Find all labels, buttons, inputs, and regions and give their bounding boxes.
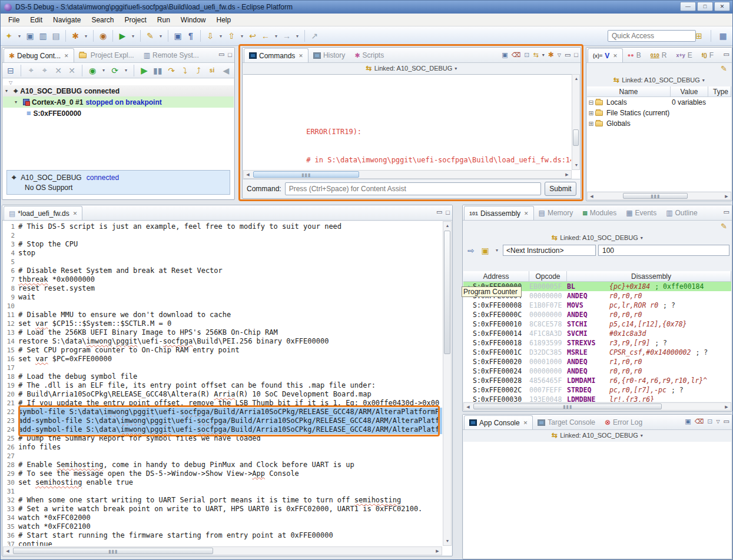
variables-horizontal-scrollbar[interactable]: ◀ ▮▮▮ ▶ bbox=[587, 192, 731, 200]
editor-line[interactable]: 19 # The .dll is an ELF file, its entry … bbox=[3, 381, 442, 390]
editor-line[interactable]: 2 bbox=[3, 231, 442, 240]
editor-line[interactable]: 4 stop bbox=[3, 249, 442, 258]
maximize-view-button[interactable]: □ bbox=[574, 51, 578, 58]
line-number[interactable]: 15 bbox=[3, 346, 18, 355]
tab-disassembly[interactable]: 101 Disassembly ✕ bbox=[464, 206, 534, 220]
tree-expanded-icon[interactable]: ▾ bbox=[15, 99, 21, 105]
editor-line[interactable]: 18 # Load the debug symbol file bbox=[3, 372, 442, 381]
editor-line[interactable]: 10 bbox=[3, 302, 442, 311]
new-wizard-button[interactable]: ✦ bbox=[3, 29, 15, 42]
open-perspective-button[interactable]: ⊞ bbox=[693, 29, 705, 42]
close-icon[interactable]: ✕ bbox=[298, 53, 303, 59]
minimize-view-button[interactable]: ▭ bbox=[724, 418, 729, 425]
previous-annotation-dropdown[interactable]: ▾ bbox=[238, 29, 246, 42]
tab-error-log[interactable]: ⊗ Error Log bbox=[600, 415, 647, 429]
line-number[interactable]: 4 bbox=[3, 249, 18, 258]
close-window-button[interactable]: ✕ bbox=[714, 2, 730, 11]
close-icon[interactable]: ✕ bbox=[64, 53, 69, 59]
disassembly-row[interactable]: ➔ S:0xFFE00024 00000000 ANDEQ r0,r0,r0 bbox=[463, 366, 731, 376]
editor-vertical-scrollbar[interactable]: ▲ ▼ bbox=[443, 221, 452, 546]
export-button[interactable]: ⇨ bbox=[465, 244, 477, 257]
reverse-debug-button[interactable]: ◀ bbox=[220, 64, 232, 77]
tab-registers[interactable]: 010 R bbox=[646, 48, 672, 62]
disassembly-row[interactable]: ➔ S:0xFFE00018 61893599 STREXVS r3,r9,[r… bbox=[463, 338, 731, 348]
editor-horizontal-scrollbar[interactable]: ◀ ▮▮▮ ▶ bbox=[3, 546, 442, 555]
editor-line[interactable]: 33 # Set a write watch break point on wr… bbox=[3, 505, 442, 514]
line-number[interactable]: 8 bbox=[3, 284, 18, 293]
next-annotation-dropdown[interactable]: ▾ bbox=[217, 29, 224, 42]
editor-line[interactable]: 14 restore S:\data\imwong\pggit\uefi-soc… bbox=[3, 337, 442, 346]
line-number[interactable]: 36 bbox=[3, 531, 18, 540]
line-number[interactable]: 10 bbox=[3, 302, 18, 311]
maximize-window-button[interactable]: □ bbox=[697, 2, 713, 11]
disassembly-row[interactable]: ➔ S:0xFFE0002C 0007FEFF STRDEQ pc,r0,[r7… bbox=[463, 385, 731, 395]
line-number[interactable]: 17 bbox=[3, 364, 18, 372]
marker-dropdown[interactable]: ▾ bbox=[157, 29, 164, 42]
menu-item[interactable]: Search bbox=[86, 14, 119, 26]
editor-line[interactable]: 31 bbox=[3, 487, 442, 496]
tab-modules[interactable]: ▤ Modules bbox=[578, 206, 621, 220]
view-menu-button[interactable]: ▽ bbox=[716, 419, 719, 424]
editor-line[interactable]: 37 continue bbox=[3, 540, 442, 546]
line-number[interactable]: 22 bbox=[3, 408, 18, 416]
line-number[interactable]: 19 bbox=[3, 381, 18, 390]
continue-button[interactable]: ▶ bbox=[138, 64, 150, 77]
view-menu-button[interactable]: ▽ bbox=[558, 52, 561, 58]
address-combo[interactable]: <Next Instruction> bbox=[503, 245, 596, 256]
editor-line[interactable]: 8 reset reset.system bbox=[3, 284, 442, 293]
line-number[interactable]: 13 bbox=[3, 328, 18, 337]
linked-context-row[interactable]: ⇆ Linked: A10_SOC_DEBUG ▾ bbox=[243, 63, 581, 74]
editor-line[interactable]: 26 info files bbox=[3, 443, 442, 452]
line-number[interactable]: 14 bbox=[3, 337, 18, 346]
editor-line[interactable]: 1 # This DS-5 script is just an example,… bbox=[3, 222, 442, 231]
debug-perspective-button[interactable]: ▦ bbox=[717, 29, 729, 42]
editor-line[interactable]: 30 set semihosting enable true bbox=[3, 478, 442, 487]
next-annotation-button[interactable]: ⇩ bbox=[204, 29, 216, 42]
editor-line[interactable]: 15 # Set CPU program counter to On-Chip … bbox=[3, 346, 442, 355]
command-input[interactable] bbox=[285, 182, 541, 195]
editor-line[interactable]: 32 # When some one start writing to UART… bbox=[3, 496, 442, 505]
editor-body[interactable]: 1 # This DS-5 script is just an example,… bbox=[3, 221, 452, 555]
linked-context-row[interactable]: ⇆ Linked: A10_SOC_DEBUG ▾ bbox=[586, 75, 732, 85]
collapse-all-button[interactable]: ⊟ bbox=[5, 64, 16, 77]
scroll-down-arrow[interactable]: ▼ bbox=[443, 537, 452, 545]
line-number[interactable]: 34 bbox=[3, 514, 18, 522]
tab-commands[interactable]: Commands ✕ bbox=[244, 48, 309, 62]
tab-editor-file[interactable]: ▤ *load_uefi_fw.ds ✕ bbox=[4, 206, 82, 220]
scrollbar-thumb[interactable] bbox=[573, 129, 579, 146]
link-dropdown[interactable]: ▾ bbox=[542, 52, 545, 58]
copy-dropdown[interactable]: ▾ bbox=[493, 244, 500, 257]
editor-line[interactable]: 9 wait bbox=[3, 293, 442, 302]
tab-variables[interactable]: (x)= V ✕ bbox=[588, 48, 623, 62]
copy-button[interactable]: ▣ bbox=[479, 244, 491, 257]
minimize-view-button[interactable]: ▭ bbox=[565, 51, 571, 59]
variables-table-header[interactable]: Name Value Type bbox=[587, 86, 731, 97]
scroll-right-arrow[interactable]: ▶ bbox=[563, 171, 571, 179]
editor-line[interactable]: 6 # Disable Reset System and break at Re… bbox=[3, 266, 442, 275]
line-number[interactable]: 9 bbox=[3, 293, 18, 302]
source-block-button[interactable]: ▣ bbox=[172, 29, 184, 42]
disassembly-row[interactable]: ➔ S:0xFFE0000C 00000000 ANDEQ r0,r0,r0 bbox=[463, 310, 731, 319]
line-number[interactable]: 11 bbox=[3, 311, 18, 319]
disassembly-row[interactable]: ➔ S:0xFFE0001C D32DC385 MSRLE CPSR_csf,#… bbox=[463, 348, 731, 357]
maximize-view-button[interactable]: □ bbox=[446, 209, 450, 216]
remove-all-connections-button[interactable]: ✕ bbox=[66, 64, 78, 77]
scroll-down-arrow[interactable]: ▼ bbox=[572, 161, 581, 169]
scrollbar-thumb[interactable]: ▮▮▮ bbox=[473, 404, 662, 409]
scroll-up-arrow[interactable]: ▲ bbox=[443, 222, 452, 230]
step-mode-button[interactable]: si bbox=[206, 64, 218, 77]
tab-functions[interactable]: f() F bbox=[697, 48, 718, 62]
editor-line[interactable]: 35 watch *0xFFC02100 bbox=[3, 522, 442, 531]
reset-dropdown[interactable]: ▾ bbox=[122, 64, 130, 77]
scroll-right-arrow[interactable]: ▶ bbox=[433, 547, 442, 555]
disassembly-row[interactable]: ➔ S:0xFFE00028 4856465F LDMDAMI r6,{r0-r… bbox=[463, 376, 731, 385]
scrollbar-thumb[interactable]: ▮▮▮ bbox=[623, 193, 688, 199]
line-number[interactable]: 33 bbox=[3, 505, 18, 514]
line-number[interactable]: 18 bbox=[3, 372, 18, 381]
run-dropdown[interactable]: ▾ bbox=[130, 29, 137, 42]
tab-breakpoints[interactable]: ●● B bbox=[623, 48, 646, 62]
line-number[interactable]: 23 bbox=[3, 416, 18, 425]
step-into-button[interactable]: ⤵ bbox=[179, 64, 191, 77]
editor-line[interactable]: 25 # Dump the Summary Report for symbol … bbox=[3, 434, 442, 443]
close-icon[interactable]: ✕ bbox=[73, 211, 78, 216]
